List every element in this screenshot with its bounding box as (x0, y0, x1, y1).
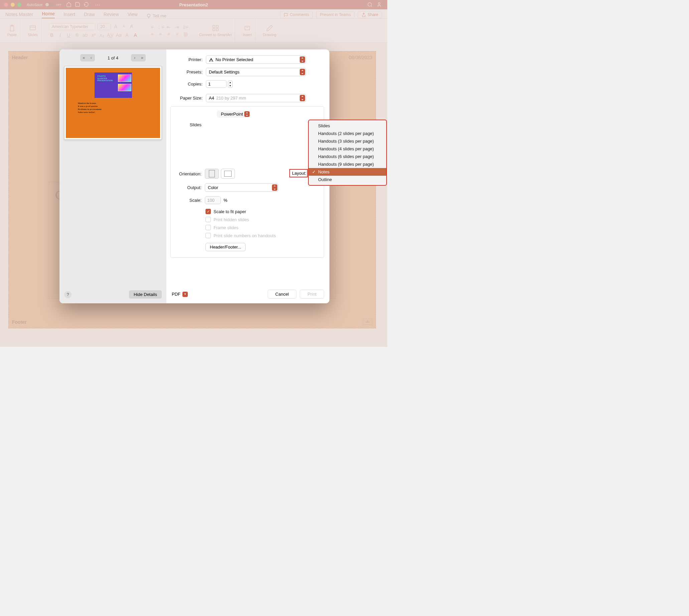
slides-group[interactable]: Slides (24, 19, 41, 42)
first-page-button[interactable]: « (80, 54, 88, 62)
layout-option-outline[interactable]: Outline (309, 176, 386, 183)
search-icon[interactable] (367, 2, 372, 7)
font-color-button[interactable]: A (132, 32, 138, 38)
comments-button[interactable]: Comments (280, 11, 313, 18)
tell-me-control[interactable]: Tell me (146, 13, 166, 18)
close-window-button[interactable] (4, 3, 8, 7)
share-button[interactable]: Share (358, 11, 382, 18)
tab-review[interactable]: Review (104, 12, 119, 18)
copies-input[interactable] (206, 80, 227, 88)
columns-button[interactable]: ▥ (182, 31, 189, 37)
bullets-button[interactable]: ≡ (149, 24, 155, 30)
char-spacing-button[interactable]: A͟V (107, 32, 113, 38)
layout-option-handouts-9[interactable]: Handouts (9 slides per page) (309, 160, 386, 168)
autosave-toggle[interactable] (45, 2, 54, 7)
drawing-group[interactable]: Drawing (260, 19, 280, 42)
print-hidden-checkbox: Print hidden slides (206, 217, 319, 222)
tab-draw[interactable]: Draw (84, 12, 95, 18)
overflow-icon[interactable]: ⋯ (95, 2, 100, 8)
scale-to-fit-checkbox[interactable]: ✓ Scale to fit paper (206, 209, 319, 214)
page-number-placeholder[interactable]: ‹#› (363, 319, 372, 325)
print-button[interactable]: Print (300, 290, 324, 299)
align-left-button[interactable]: ≡ (149, 31, 155, 37)
svg-rect-4 (30, 26, 36, 30)
layout-option-handouts-4[interactable]: Handouts (4 slides per page) (309, 145, 386, 153)
presets-select[interactable]: Default Settings (206, 68, 306, 76)
last-page-button[interactable]: » (138, 54, 146, 62)
header-footer-button[interactable]: Header/Footer... (206, 243, 245, 251)
next-page-button[interactable]: › (131, 54, 138, 62)
tab-view[interactable]: View (128, 12, 138, 18)
grow-font-icon[interactable]: A (113, 23, 119, 29)
lightbulb-icon (146, 14, 151, 18)
line-spacing-button[interactable]: ‡≡ (182, 24, 189, 30)
font-name-select[interactable]: American Typewriter (49, 23, 95, 30)
increase-indent-button[interactable]: ⇥ (174, 24, 180, 30)
smartart-icon (212, 24, 219, 32)
autosave-control[interactable]: AutoSave OFF (27, 2, 62, 7)
tab-insert[interactable]: Insert (64, 12, 75, 18)
insert-group[interactable]: Insert (239, 19, 256, 42)
pen-icon (266, 24, 273, 32)
tab-home[interactable]: Home (42, 11, 55, 18)
pdf-menu-button[interactable]: PDF ▼ (172, 292, 188, 297)
svg-rect-7 (216, 25, 218, 27)
printer-select[interactable]: No Printer Selected (206, 56, 306, 64)
zoom-window-button[interactable] (17, 3, 21, 7)
justify-button[interactable]: ≡ (174, 31, 180, 37)
output-select[interactable]: Color (205, 183, 278, 192)
undo-icon[interactable] (84, 2, 89, 7)
cancel-button[interactable]: Cancel (268, 290, 296, 299)
home-icon[interactable] (66, 2, 71, 7)
output-label: Output: (175, 185, 201, 190)
smartart-group[interactable]: Convert to SmartArt (196, 19, 235, 42)
align-center-button[interactable]: ≡ (157, 31, 164, 37)
align-right-button[interactable]: ≡ (166, 31, 172, 37)
bold-button[interactable]: B (49, 32, 55, 38)
clear-format-icon[interactable]: A̸ (129, 23, 135, 29)
checkbox-checked-icon: ✓ (206, 209, 211, 214)
shrink-font-icon[interactable]: A (121, 23, 127, 29)
minimize-window-button[interactable] (11, 3, 15, 7)
scale-input[interactable] (205, 196, 221, 204)
strike-button[interactable]: S (74, 32, 80, 38)
font-size-select[interactable]: 20 (97, 23, 111, 30)
superscript-button[interactable]: x² (90, 32, 96, 38)
print-settings-pane: Printer: No Printer Selected Presets: De… (166, 49, 329, 303)
orientation-portrait-button[interactable] (205, 169, 219, 179)
layout-option-handouts-2[interactable]: Handouts (2 slides per page) (309, 130, 386, 137)
tab-notes-master[interactable]: Notes Master (5, 12, 33, 18)
date-placeholder[interactable]: 08/08/2023 (349, 55, 372, 60)
chevron-down-icon: ▼ (182, 292, 188, 297)
autosave-state: OFF (56, 3, 62, 6)
layout-option-slides[interactable]: Slides (309, 122, 386, 130)
clipboard-icon (8, 24, 16, 32)
paper-size-select[interactable]: A4 210 by 297 mm (206, 94, 306, 102)
ribbon-toolbar: Paste Slides American Typewriter 20 A A … (0, 19, 387, 43)
paste-group[interactable]: Paste (4, 19, 20, 42)
decrease-indent-button[interactable]: ⇤ (166, 24, 172, 30)
save-icon[interactable] (75, 2, 80, 7)
layout-option-handouts-6[interactable]: Handouts (6 slides per page) (309, 153, 386, 160)
shadow-button[interactable]: ab (82, 32, 88, 38)
orientation-landscape-button[interactable] (221, 169, 235, 179)
footer-placeholder[interactable]: Footer (12, 320, 27, 325)
prev-page-button[interactable]: ‹ (88, 54, 95, 62)
people-icon[interactable] (377, 2, 383, 7)
app-section-select[interactable]: PowerPoint (217, 111, 250, 117)
present-teams-button[interactable]: Present in Teams (316, 11, 354, 18)
subscript-button[interactable]: x₂ (99, 32, 105, 38)
underline-button[interactable]: U (65, 32, 71, 38)
hide-details-button[interactable]: Hide Details (129, 290, 162, 299)
header-placeholder[interactable]: Header (12, 55, 28, 60)
help-button[interactable]: ? (64, 291, 71, 298)
highlight-button[interactable]: A (124, 32, 130, 38)
change-case-button[interactable]: Aa (115, 32, 122, 38)
numbering-button[interactable]: ⋮≡ (157, 24, 164, 30)
preview-notes-text: Mention the bosses. It was a good quarte… (78, 102, 102, 114)
italic-button[interactable]: I (57, 32, 63, 38)
copies-stepper[interactable]: ▲▼ (228, 81, 233, 88)
stepper-icon (300, 69, 305, 75)
layout-option-handouts-3[interactable]: Handouts (3 slides per page) (309, 137, 386, 145)
layout-option-notes[interactable]: Notes (309, 168, 386, 176)
